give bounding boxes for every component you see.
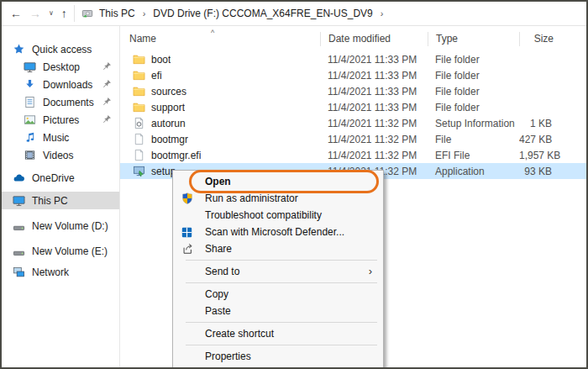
folder-icon	[133, 69, 145, 82]
sidebar-item-label: New Volume (E:)	[32, 245, 108, 257]
back-icon[interactable]: ←	[10, 8, 22, 19]
menu-separator	[186, 345, 377, 345]
context-menu: Open Run as administrator Troub	[172, 170, 384, 368]
sidebar-item-videos[interactable]: Videos	[2, 146, 119, 164]
menu-item-properties[interactable]: Properties	[173, 348, 383, 365]
file-row-bootmgr[interactable]: bootmgr 11/4/2021 11:32 PM File 427 KB	[120, 131, 586, 147]
sidebar-item-new-volume-e[interactable]: New Volume (E:)	[2, 242, 119, 260]
pin-icon	[102, 97, 112, 106]
sidebar-item-quick-access[interactable]: Quick access	[2, 40, 119, 58]
menu-item-paste[interactable]: Paste	[173, 303, 383, 319]
file-explorer-window: ← → ∨ ↑ This PC › DVD Drive (F:) CCCOMA_…	[0, 0, 588, 369]
menu-item-share[interactable]: Share	[173, 240, 383, 257]
sidebar-item-label: Downloads	[43, 79, 92, 91]
submenu-chevron-icon: ›	[369, 265, 372, 277]
breadcrumb-separator: ›	[141, 8, 148, 18]
desktop-monitor-icon	[24, 61, 36, 73]
sidebar-item-label: Desktop	[43, 61, 80, 73]
sort-ascending-icon: ^	[211, 26, 214, 40]
breadcrumb-this-pc[interactable]: This PC	[99, 8, 135, 19]
breadcrumb-separator: ›	[379, 8, 386, 18]
forward-icon[interactable]: →	[29, 8, 41, 19]
file-row-boot[interactable]: boot 11/4/2021 11:33 PM File folder	[120, 51, 586, 67]
sidebar-item-label: OneDrive	[32, 172, 75, 184]
blank-file-icon	[133, 149, 145, 161]
breadcrumb-dvd-drive[interactable]: DVD Drive (F:) CCCOMA_X64FRE_EN-US_DV9	[153, 8, 372, 19]
sidebar-item-label: Music	[43, 132, 69, 144]
file-row-autorun[interactable]: autorun 11/4/2021 11:32 PM Setup Informa…	[120, 115, 586, 131]
pin-icon	[102, 61, 112, 71]
sidebar-item-desktop[interactable]: Desktop	[2, 58, 119, 76]
dvd-drive-icon	[81, 8, 93, 19]
folder-icon	[133, 53, 145, 66]
film-strip-icon	[24, 149, 36, 161]
setup-information-file-icon	[133, 117, 145, 129]
uac-shield-icon	[181, 192, 193, 204]
application-icon	[133, 165, 145, 177]
sidebar-item-label: This PC	[32, 195, 68, 207]
network-computers-icon	[13, 266, 25, 278]
sidebar-item-label: Videos	[43, 150, 73, 161]
document-icon	[24, 96, 36, 108]
download-arrow-icon	[24, 78, 36, 91]
menu-item-copy[interactable]: Copy	[173, 286, 383, 303]
menu-separator	[186, 260, 377, 261]
picture-icon	[24, 113, 36, 126]
music-note-icon	[24, 131, 36, 144]
navigation-pane: Quick access Desktop Downloads	[2, 26, 120, 367]
file-row-sources[interactable]: sources 11/4/2021 11:33 PM File folder	[120, 83, 586, 99]
pin-icon	[102, 114, 112, 124]
sidebar-item-label: Documents	[43, 97, 94, 108]
blank-file-icon	[133, 133, 145, 145]
menu-item-scan-with-microsoft-defender[interactable]: Scan with Microsoft Defender...	[173, 224, 383, 240]
sidebar-item-label: New Volume (D:)	[32, 220, 108, 232]
sidebar-item-network[interactable]: Network	[2, 263, 119, 281]
sidebar-item-pictures[interactable]: Pictures	[2, 111, 119, 129]
menu-separator	[186, 322, 377, 323]
folder-icon	[133, 85, 145, 98]
computer-monitor-icon	[13, 194, 25, 207]
defender-shield-icon	[181, 227, 192, 238]
menu-item-run-as-administrator[interactable]: Run as administrator	[173, 190, 383, 207]
column-header-name[interactable]: ^ Name	[120, 32, 320, 46]
menu-separator	[186, 282, 377, 283]
file-row-efi[interactable]: efi 11/4/2021 11:33 PM File folder	[120, 67, 586, 83]
sidebar-item-onedrive[interactable]: OneDrive	[2, 169, 119, 187]
recent-locations-chevron-icon[interactable]: ∨	[49, 10, 54, 17]
onedrive-cloud-icon	[13, 171, 25, 184]
up-icon[interactable]: ↑	[61, 8, 67, 19]
sidebar-item-label: Pictures	[43, 114, 79, 126]
sidebar-item-music[interactable]: Music	[2, 129, 119, 146]
share-arrow-icon	[181, 243, 193, 255]
column-header-size[interactable]: Size	[519, 32, 582, 46]
address-bar[interactable]: This PC › DVD Drive (F:) CCCOMA_X64FRE_E…	[75, 2, 385, 25]
sidebar-item-downloads[interactable]: Downloads	[2, 76, 119, 93]
column-headers: ^ Name Date modified Type Size	[120, 26, 586, 51]
file-row-support[interactable]: support 11/4/2021 11:33 PM File folder	[120, 99, 586, 115]
menu-item-create-shortcut[interactable]: Create shortcut	[173, 325, 383, 342]
sidebar-item-label: Network	[32, 266, 69, 278]
menu-item-troubleshoot-compatibility[interactable]: Troubleshoot compatibility	[173, 207, 383, 224]
menu-item-open[interactable]: Open	[173, 173, 383, 190]
hard-drive-icon	[13, 219, 25, 232]
hard-drive-icon	[13, 245, 25, 257]
toolbar: ← → ∨ ↑ This PC › DVD Drive (F:) CCCOMA_…	[2, 2, 586, 26]
sidebar-item-this-pc[interactable]: This PC	[2, 192, 119, 209]
column-header-date-modified[interactable]: Date modified	[320, 32, 428, 46]
folder-icon	[133, 101, 145, 113]
sidebar-item-new-volume-d[interactable]: New Volume (D:)	[2, 217, 119, 235]
pin-icon	[102, 79, 112, 88]
file-row-bootmgr-efi[interactable]: bootmgr.efi 11/4/2021 11:32 PM EFI File …	[120, 147, 586, 163]
sidebar-item-label: Quick access	[32, 44, 92, 55]
quick-access-star-icon	[13, 43, 25, 55]
menu-item-send-to[interactable]: Send to ›	[173, 263, 383, 280]
column-header-type[interactable]: Type	[428, 32, 519, 46]
sidebar-item-documents[interactable]: Documents	[2, 93, 119, 111]
nav-buttons: ← → ∨ ↑	[2, 8, 74, 19]
